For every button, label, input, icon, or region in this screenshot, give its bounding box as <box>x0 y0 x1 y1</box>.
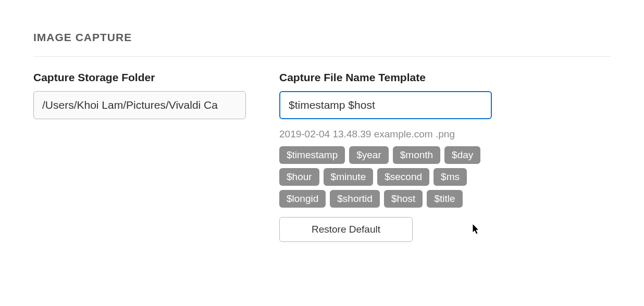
storage-folder-value: /Users/Khoi Lam/Pictures/Vivaldi Ca <box>42 99 218 111</box>
chip-shortid[interactable]: $shortid <box>330 190 380 208</box>
filename-template-label: Capture File Name Template <box>279 71 492 84</box>
storage-folder-column: Capture Storage Folder /Users/Khoi Lam/P… <box>33 71 246 242</box>
chip-ms[interactable]: $ms <box>434 168 467 186</box>
chip-timestamp[interactable]: $timestamp <box>279 146 345 164</box>
filename-template-column: Capture File Name Template $timestamp $h… <box>279 71 492 242</box>
filename-template-value: $timestamp $host <box>289 99 375 111</box>
chip-title[interactable]: $title <box>427 190 462 208</box>
chip-longid[interactable]: $longid <box>279 190 326 208</box>
restore-default-button[interactable]: Restore Default <box>279 217 413 242</box>
chip-day[interactable]: $day <box>444 146 480 164</box>
chip-month[interactable]: $month <box>393 146 440 164</box>
chip-host[interactable]: $host <box>384 190 423 208</box>
chip-hour[interactable]: $hour <box>279 168 319 186</box>
storage-folder-input[interactable]: /Users/Khoi Lam/Pictures/Vivaldi Ca <box>33 91 246 119</box>
filename-preview: 2019-02-04 13.48.39 example.com .png <box>279 129 492 140</box>
chip-minute[interactable]: $minute <box>324 168 374 186</box>
section-title: IMAGE CAPTURE <box>33 31 611 57</box>
storage-folder-label: Capture Storage Folder <box>33 71 246 84</box>
chip-second[interactable]: $second <box>377 168 429 186</box>
chip-year[interactable]: $year <box>349 146 389 164</box>
template-token-chips: $timestamp $year $month $day $hour $minu… <box>279 146 492 208</box>
settings-columns: Capture Storage Folder /Users/Khoi Lam/P… <box>33 71 611 242</box>
filename-template-input[interactable]: $timestamp $host <box>279 91 492 119</box>
